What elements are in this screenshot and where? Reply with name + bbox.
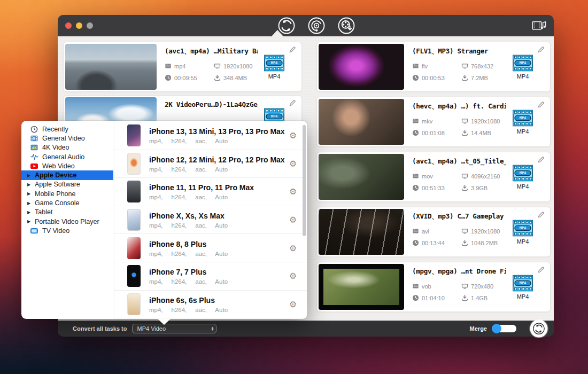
output-format-button[interactable]: MP4 <box>508 220 537 245</box>
disclosure-triangle-icon: ▶ <box>27 201 33 206</box>
bottom-bar: Convert all tasks to MP4 Video ▲▼ Merge <box>58 321 554 337</box>
film-music-note-icon <box>532 20 546 32</box>
container-value: mkv <box>422 118 432 124</box>
zoom-button[interactable] <box>87 22 93 29</box>
category-list: Recently General Video 4K Video General … <box>21 121 113 236</box>
mp4-film-icon <box>512 275 534 292</box>
size-value: 1048.2MB <box>471 240 498 246</box>
edit-button[interactable] <box>537 45 545 55</box>
resolution-value: 720x480 <box>471 283 493 290</box>
disclosure-triangle-icon: ▶ <box>27 191 33 196</box>
gear-icon[interactable]: ⚙ <box>288 215 298 225</box>
category-general-video[interactable]: General Video <box>21 134 113 143</box>
duration-value: 00:01:08 <box>422 130 445 136</box>
output-format-button[interactable]: MP4 <box>260 54 289 80</box>
file-size-icon <box>461 74 468 81</box>
category-recently[interactable]: Recently <box>21 124 113 134</box>
mp4-film-icon <box>263 54 285 72</box>
pencil-icon <box>289 45 297 53</box>
video-title: (mpgv、mpga) …nt Drone Film <box>412 267 506 276</box>
mp4-film-icon <box>512 54 534 72</box>
container-value: flv <box>422 63 428 69</box>
minimize-button[interactable] <box>76 22 82 29</box>
size-value: 7.2MB <box>471 75 488 81</box>
output-format-label: MP4 <box>517 73 529 80</box>
category-game-console[interactable]: ▶ Game Console <box>21 198 113 207</box>
clock-icon <box>30 126 39 133</box>
gear-icon[interactable]: ⚙ <box>288 130 298 141</box>
edit-button[interactable] <box>537 155 545 165</box>
device-list-scrollbar[interactable] <box>303 125 306 236</box>
file-format-icon <box>412 63 419 69</box>
gear-icon[interactable]: ⚙ <box>288 271 298 281</box>
duration-value: 00:00:53 <box>422 75 445 81</box>
output-format-button[interactable]: MP4 <box>508 110 537 135</box>
disclosure-triangle-icon: ▶ <box>27 210 33 215</box>
video-thumbnail <box>319 209 404 255</box>
output-format-button[interactable]: MP4 <box>508 275 537 300</box>
close-button[interactable] <box>65 22 72 29</box>
file-format-icon <box>412 283 419 290</box>
waveform-icon <box>30 153 39 160</box>
video-thumbnail <box>319 154 404 200</box>
video-thumbnail <box>319 99 404 145</box>
video-downloader-tab[interactable] <box>337 17 355 35</box>
resolution-value: 4096x2160 <box>471 173 500 180</box>
dvd-ripper-tab[interactable] <box>307 17 326 35</box>
edit-button[interactable] <box>537 211 545 220</box>
output-format-button[interactable]: MP4 <box>508 165 537 190</box>
edit-button[interactable] <box>289 99 297 108</box>
category-apple-device[interactable]: ▶ Apple Device <box>21 170 113 180</box>
device-item-iphone-x[interactable]: iPhone X, Xs, Xs Max mp4, h264, aac, Aut… <box>114 206 307 235</box>
film-reel-download-icon <box>337 17 355 35</box>
duration-icon <box>412 184 419 191</box>
category-apple-software[interactable]: ▶ Apple Software <box>21 180 113 189</box>
resolution-icon <box>214 63 221 69</box>
device-item-iphone-8[interactable]: iPhone 8, 8 Plus mp4, h264, aac, Auto ⚙ <box>114 234 307 262</box>
gear-icon[interactable]: ⚙ <box>288 243 298 253</box>
duration-icon <box>412 129 419 136</box>
category-tablet[interactable]: ▶ Tablet <box>21 208 113 217</box>
device-item-iphone-7[interactable]: iPhone 7, 7 Plus mp4, h264, aac, Auto ⚙ <box>114 262 307 291</box>
file-format-icon <box>412 228 419 235</box>
duration-icon <box>412 239 419 246</box>
category-tv-video[interactable]: TV Video <box>21 226 113 235</box>
4k-film-icon <box>30 144 39 151</box>
category-4k-video[interactable]: 4K Video <box>21 143 113 152</box>
video-task-card: (XVID、mp3) C…7 Gameplay 4K avi 1920x1080… <box>316 207 551 257</box>
gear-icon[interactable]: ⚙ <box>288 299 298 309</box>
titlebar <box>58 15 554 36</box>
duration-icon <box>412 74 419 81</box>
category-portable-video-player[interactable]: ▶ Portable Video Player <box>21 217 113 226</box>
iphone-thumbnail <box>127 237 141 259</box>
edit-button[interactable] <box>289 45 297 55</box>
edit-button[interactable] <box>537 266 545 275</box>
pencil-icon <box>537 211 545 219</box>
container-value: vob <box>422 283 431 290</box>
category-web-video[interactable]: Web Video <box>21 161 113 170</box>
file-size-icon <box>461 184 468 191</box>
category-general-audio[interactable]: General Audio <box>21 152 113 161</box>
gear-icon[interactable]: ⚙ <box>288 159 298 169</box>
device-item-iphone-6s[interactable]: iPhone 6s, 6s Plus mp4, h264, aac, Auto … <box>114 291 307 319</box>
film-icon <box>30 135 39 142</box>
selected-format-value: MP4 Video <box>137 325 211 332</box>
output-format-button[interactable]: MP4 <box>508 54 537 80</box>
size-value: 348.4MB <box>223 75 247 81</box>
device-item-iphone-11[interactable]: iPhone 11, 11 Pro, 11 Pro Max mp4, h264,… <box>114 178 307 206</box>
video-title: (FLV1、MP3) Stranger <box>412 47 506 56</box>
video-task-card: (FLV1、MP3) Stranger flv 768x432 00:00:53… <box>316 42 551 92</box>
device-item-iphone-12[interactable]: iPhone 12, 12 Mini, 12 Pro, 12 Pro Max m… <box>114 150 307 178</box>
device-item-iphone-13[interactable]: iPhone 13, 13 Mini, 13 Pro, 13 Pro Max m… <box>114 122 307 150</box>
gear-icon[interactable]: ⚙ <box>288 186 298 197</box>
run-convert-button[interactable] <box>531 321 547 337</box>
output-format-select[interactable]: MP4 Video ▲▼ <box>132 324 216 333</box>
iphone-thumbnail <box>127 265 141 287</box>
popup-pointer-notch <box>157 318 171 325</box>
media-toolbox-button[interactable] <box>532 20 546 32</box>
resolution-value: 768x432 <box>471 63 493 69</box>
edit-button[interactable] <box>537 100 545 110</box>
category-mobile-phone[interactable]: ▶ Mobile Phone <box>21 189 113 198</box>
merge-toggle[interactable] <box>492 325 516 332</box>
container-value: mov <box>422 173 433 180</box>
